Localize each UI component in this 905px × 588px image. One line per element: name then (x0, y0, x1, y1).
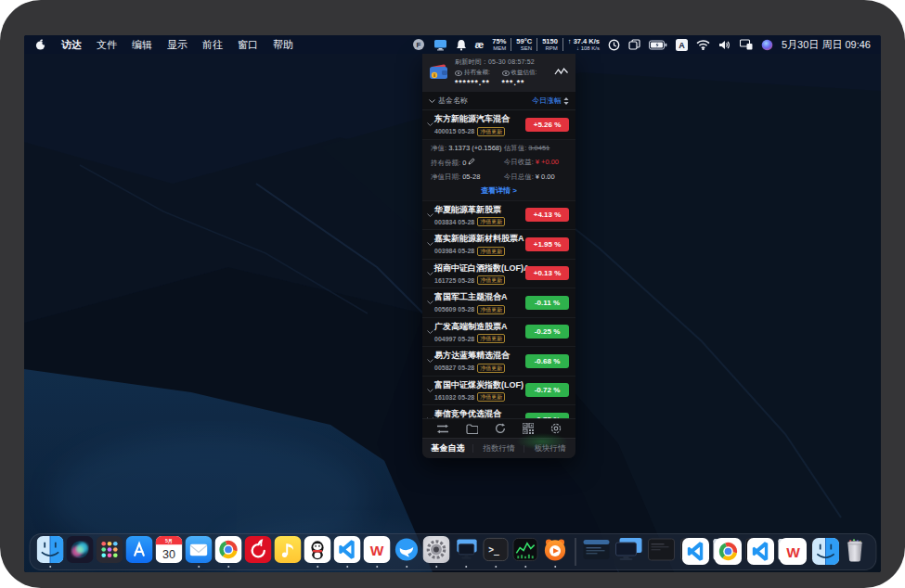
menu-edit[interactable]: 编辑 (132, 38, 152, 52)
chevron-down-icon (427, 389, 433, 392)
eye-icon[interactable] (455, 70, 462, 76)
dock-window-win-dark[interactable] (679, 536, 709, 568)
dock: 5月30W>_W (29, 533, 876, 570)
fund-row[interactable]: 广发高端制造股票A004997 05-28净值更新-0.25 % (422, 318, 575, 348)
volume-icon[interactable] (718, 40, 731, 50)
assistant-sphere-icon[interactable] (761, 39, 773, 51)
running-indicator (406, 566, 408, 569)
fund-code-date: 003834 05-28 (434, 219, 474, 225)
chart-icon[interactable] (554, 63, 569, 80)
notification-bell-icon[interactable] (456, 39, 467, 51)
fund-status-icon[interactable]: F (412, 38, 425, 51)
system-stats[interactable]: 75%MEM 59°CSEN 5150RPM ↑ 37.4 K/s↓ 108 K… (492, 38, 600, 51)
folder-icon[interactable] (466, 424, 478, 434)
dock-app-terminal[interactable]: >_ (482, 536, 510, 568)
dock-app-netease-music[interactable] (244, 536, 272, 568)
display-status-icon[interactable] (433, 39, 447, 51)
fund-change-badge: -0.11 % (525, 296, 569, 310)
dock-app-mail[interactable] (185, 536, 213, 568)
svg-text:A: A (679, 41, 685, 50)
dock-app-system-monitor[interactable] (511, 536, 539, 568)
dock-app-qq[interactable] (304, 536, 331, 568)
running-indicator (317, 566, 319, 569)
dock-window-win-display[interactable] (614, 536, 644, 568)
svg-text:W: W (370, 543, 384, 558)
nav-updated-badge: 净值更新 (477, 305, 505, 314)
timer-status-icon[interactable] (608, 39, 620, 51)
fund-name: 东方新能源汽车混合 (434, 113, 525, 125)
dock-window-win-dark2[interactable] (743, 536, 774, 568)
running-indicator (495, 566, 498, 569)
dock-app-finder[interactable] (36, 536, 64, 568)
fund-row[interactable]: 易方达蓝筹精选混合005827 05-28净值更新-0.68 % (422, 347, 575, 377)
fund-row[interactable]: 富国中证煤炭指数(LOF)161032 05-28净值更新-0.72 % (422, 377, 575, 406)
fund-row[interactable]: 富国军工主题混合A005609 05-28净值更新-0.11 % (422, 288, 575, 318)
dock-window-win-white[interactable]: W (776, 536, 807, 568)
fund-row[interactable]: 泰信竞争优选混合005535 05-28净值更新-0.75 % (422, 405, 575, 418)
chevron-down-icon[interactable] (429, 99, 435, 103)
fund-code-date: 003984 05-28 (434, 248, 474, 254)
dock-app-vscode[interactable] (333, 536, 361, 568)
dock-app-chrome[interactable] (214, 536, 242, 568)
dock-window-win-terminal-dark[interactable] (646, 536, 677, 568)
dock-window-win-light[interactable] (711, 536, 742, 568)
wifi-icon[interactable] (696, 40, 710, 50)
dock-app-remote-display[interactable] (452, 536, 480, 568)
menu-bar: 访达 文件 编辑 显示 前往 窗口 帮助 F æ 75%MEM 59°CSEN … (24, 35, 881, 54)
ae-menubar-icon[interactable]: æ (475, 39, 485, 50)
running-indicator (554, 566, 557, 569)
clipboard-status-icon[interactable] (628, 39, 640, 50)
battery-status-icon (649, 40, 667, 50)
sort-icon[interactable] (436, 424, 449, 434)
dock-app-app-store[interactable] (125, 536, 153, 568)
nav-updated-badge: 净值更新 (477, 127, 505, 136)
tab-index-quotes[interactable]: 指数行情 (473, 443, 524, 454)
dock-app-wps-office[interactable]: W (363, 536, 391, 568)
menu-view[interactable]: 显示 (167, 38, 187, 52)
running-indicator (435, 566, 438, 569)
dock-app-calendar[interactable]: 5月30 (155, 536, 183, 568)
menu-file[interactable]: 文件 (97, 38, 117, 52)
edit-pencil-icon[interactable] (468, 158, 475, 165)
fund-panel-header: ¥ 刷新时间：05-30 08:57:52 持有金额: ******.** 收益… (422, 54, 575, 92)
fund-code-date: 161725 05-28 (434, 277, 474, 284)
dock-trash[interactable] (841, 536, 869, 568)
menu-window[interactable]: 窗口 (238, 38, 258, 52)
dock-window-win-terminal-blue[interactable] (581, 536, 612, 568)
refresh-icon[interactable] (495, 423, 506, 434)
apple-logo-icon[interactable] (34, 38, 46, 51)
dock-window-win-grid[interactable] (808, 536, 839, 568)
tab-fund-watchlist[interactable]: 基金自选 (422, 442, 473, 454)
menubar-datetime[interactable]: 5月30日 周日 09:46 (782, 38, 871, 52)
dock-app-qq-music[interactable] (274, 536, 302, 568)
fund-row[interactable]: 东方新能源汽车混合400015 05-28净值更新+5.26 % (422, 110, 575, 140)
sidecar-display-icon[interactable] (740, 39, 753, 50)
menu-go[interactable]: 前往 (202, 38, 223, 52)
column-today-change[interactable]: 今日涨幅 (532, 96, 569, 106)
running-indicator (376, 566, 379, 569)
input-method-icon[interactable]: A (676, 39, 688, 51)
nav-updated-badge: 净值更新 (477, 247, 505, 256)
menu-finder[interactable]: 访达 (61, 38, 82, 52)
dock-app-douyu[interactable] (541, 536, 569, 568)
fund-row[interactable]: 招商中证白酒指数(LOF)A161725 05-28净值更新+0.13 % (422, 260, 575, 289)
fund-change-badge: -0.75 % (525, 413, 569, 418)
tab-sector-quotes[interactable]: 板块行情 (524, 443, 575, 454)
dock-app-system-preferences[interactable] (422, 536, 450, 568)
menu-help[interactable]: 帮助 (273, 38, 293, 52)
refresh-time: 刷新时间：05-30 08:57:52 (455, 58, 549, 67)
holding-amount: 持有金额: ******.** (455, 69, 502, 87)
dock-app-siri[interactable] (66, 536, 94, 568)
eye-icon[interactable] (502, 70, 510, 76)
fund-name: 富国中证煤炭指数(LOF) (434, 379, 525, 391)
running-indicator (346, 566, 349, 569)
view-details-link[interactable]: 查看详情 > (431, 182, 567, 198)
nav-updated-badge: 净值更新 (477, 275, 505, 285)
fund-change-badge: -0.72 % (525, 383, 569, 397)
fund-row[interactable]: 嘉实新能源新材料股票A003984 05-28净值更新+1.95 % (422, 230, 575, 260)
fund-row[interactable]: 华夏能源革新股票003834 05-28净值更新+4.13 % (422, 201, 575, 231)
dock-app-launchpad[interactable] (96, 536, 123, 568)
dock-app-dingtalk[interactable] (393, 536, 420, 568)
sort-arrows-icon[interactable] (563, 97, 569, 105)
svg-text:W: W (786, 544, 800, 560)
